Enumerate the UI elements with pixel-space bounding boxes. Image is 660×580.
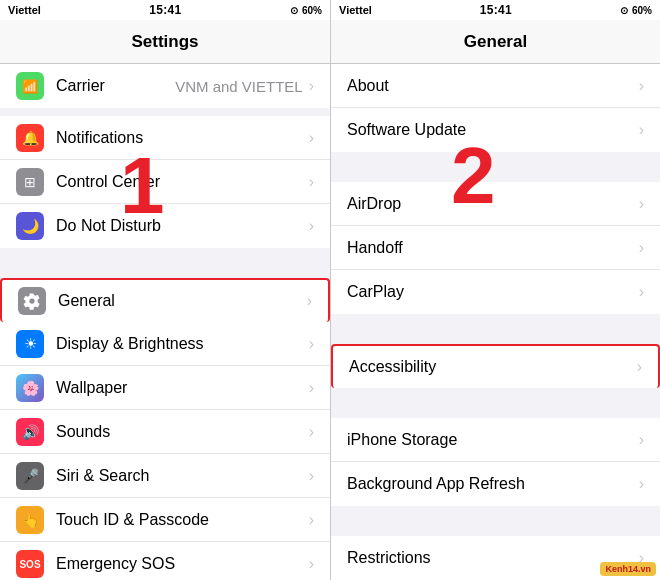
right-section-1: About › Software Update › (331, 64, 660, 152)
left-item-siri[interactable]: 🎤 Siri & Search › (0, 454, 330, 498)
left-item-control-center[interactable]: ⊞ Control Center › (0, 160, 330, 204)
handoff-label: Handoff (347, 239, 639, 257)
right-gap4 (331, 506, 660, 536)
touch-id-label: Touch ID & Passcode (56, 511, 309, 529)
left-item-carrier[interactable]: 📶 Carrier VNM and VIETTEL › (0, 64, 330, 108)
do-not-disturb-chevron: › (309, 217, 314, 235)
handoff-chevron: › (639, 239, 644, 257)
sounds-label: Sounds (56, 423, 309, 441)
accessibility-label: Accessibility (349, 358, 637, 376)
right-section-4: iPhone Storage › Background App Refresh … (331, 418, 660, 506)
left-right-icons: ⊙ 60% (290, 5, 322, 16)
right-item-about[interactable]: About › (331, 64, 660, 108)
right-item-background-refresh[interactable]: Background App Refresh › (331, 462, 660, 506)
right-item-airdrop[interactable]: AirDrop › (331, 182, 660, 226)
carplay-label: CarPlay (347, 283, 639, 301)
general-chevron: › (307, 292, 312, 310)
left-item-do-not-disturb[interactable]: 🌙 Do Not Disturb › (0, 204, 330, 248)
sos-text-icon: SOS (19, 559, 40, 570)
watermark: Kenh14.vn (600, 562, 656, 576)
accessibility-chevron: › (637, 358, 642, 376)
general-label: General (58, 292, 307, 310)
notifications-label: Notifications (56, 129, 309, 147)
left-item-touch-id[interactable]: 👆 Touch ID & Passcode › (0, 498, 330, 542)
right-item-handoff[interactable]: Handoff › (331, 226, 660, 270)
right-item-accessibility[interactable]: Accessibility › (331, 344, 660, 388)
right-section-3: Accessibility › (331, 344, 660, 388)
background-refresh-chevron: › (639, 475, 644, 493)
left-item-emergency-sos[interactable]: SOS Emergency SOS › (0, 542, 330, 580)
gap2 (0, 248, 330, 278)
display-chevron: › (309, 335, 314, 353)
do-not-disturb-label: Do Not Disturb (56, 217, 309, 235)
wallpaper-chevron: › (309, 379, 314, 397)
left-nav-title: Settings (131, 32, 198, 52)
left-item-general[interactable]: General › (0, 278, 330, 322)
siri-chevron: › (309, 467, 314, 485)
right-carrier: Viettel (339, 4, 372, 16)
control-center-label: Control Center (56, 173, 309, 191)
left-status-bar: Viettel 15:41 ⊙ 60% (0, 0, 330, 20)
emergency-sos-icon: SOS (16, 550, 44, 578)
software-update-chevron: › (639, 121, 644, 139)
emergency-sos-chevron: › (309, 555, 314, 573)
signal-icon: ⊙ (290, 5, 298, 16)
right-status-bar: Viettel 15:41 ⊙ 60% (331, 0, 660, 20)
background-refresh-label: Background App Refresh (347, 475, 639, 493)
left-time: 15:41 (149, 3, 181, 17)
carrier-icon: 📶 (16, 72, 44, 100)
notifications-icon: 🔔 (16, 124, 44, 152)
right-gap1 (331, 152, 660, 182)
right-settings-list: About › Software Update › AirDrop › Hand… (331, 64, 660, 580)
right-item-software-update[interactable]: Software Update › (331, 108, 660, 152)
display-icon: ☀ (16, 330, 44, 358)
touch-id-chevron: › (309, 511, 314, 529)
left-item-sounds[interactable]: 🔊 Sounds › (0, 410, 330, 454)
right-time: 15:41 (480, 3, 512, 17)
iphone-storage-chevron: › (639, 431, 644, 449)
gap1 (0, 108, 330, 116)
gear-icon (23, 292, 41, 310)
software-update-label: Software Update (347, 121, 639, 139)
right-gap2 (331, 314, 660, 344)
control-center-chevron: › (309, 173, 314, 191)
battery-icon: 60% (302, 5, 322, 16)
right-nav-bar: ‹ Settings General (331, 20, 660, 64)
wallpaper-label: Wallpaper (56, 379, 309, 397)
right-section-2: AirDrop › Handoff › CarPlay › (331, 182, 660, 314)
touch-id-icon: 👆 (16, 506, 44, 534)
left-section-notif: 🔔 Notifications › ⊞ Control Center › 🌙 D… (0, 116, 330, 248)
carrier-value: VNM and VIETTEL (175, 78, 303, 95)
sounds-chevron: › (309, 423, 314, 441)
left-section-carrier: 📶 Carrier VNM and VIETTEL › (0, 64, 330, 108)
left-item-notifications[interactable]: 🔔 Notifications › (0, 116, 330, 160)
about-label: About (347, 77, 639, 95)
iphone-storage-label: iPhone Storage (347, 431, 639, 449)
carrier-label: Carrier (56, 77, 175, 95)
airdrop-chevron: › (639, 195, 644, 213)
left-panel: Viettel 15:41 ⊙ 60% Settings 📶 Carrier V… (0, 0, 330, 580)
left-section-general: General › (0, 278, 330, 322)
left-carrier: Viettel (8, 4, 41, 16)
right-item-carplay[interactable]: CarPlay › (331, 270, 660, 314)
right-nav-title: General (464, 32, 527, 52)
siri-icon: 🎤 (16, 462, 44, 490)
right-right-icons: ⊙ 60% (620, 5, 652, 16)
restrictions-label: Restrictions (347, 549, 639, 567)
right-signal-icon: ⊙ (620, 5, 628, 16)
do-not-disturb-icon: 🌙 (16, 212, 44, 240)
left-item-wallpaper[interactable]: 🌸 Wallpaper › (0, 366, 330, 410)
siri-label: Siri & Search (56, 467, 309, 485)
carplay-chevron: › (639, 283, 644, 301)
airdrop-label: AirDrop (347, 195, 639, 213)
right-panel: Viettel 15:41 ⊙ 60% ‹ Settings General A… (330, 0, 660, 580)
notifications-chevron: › (309, 129, 314, 147)
right-item-iphone-storage[interactable]: iPhone Storage › (331, 418, 660, 462)
emergency-sos-label: Emergency SOS (56, 555, 309, 573)
left-item-display[interactable]: ☀ Display & Brightness › (0, 322, 330, 366)
left-settings-list: 📶 Carrier VNM and VIETTEL › 🔔 Notificati… (0, 64, 330, 580)
display-label: Display & Brightness (56, 335, 309, 353)
about-chevron: › (639, 77, 644, 95)
left-nav-bar: Settings (0, 20, 330, 64)
general-icon (18, 287, 46, 315)
